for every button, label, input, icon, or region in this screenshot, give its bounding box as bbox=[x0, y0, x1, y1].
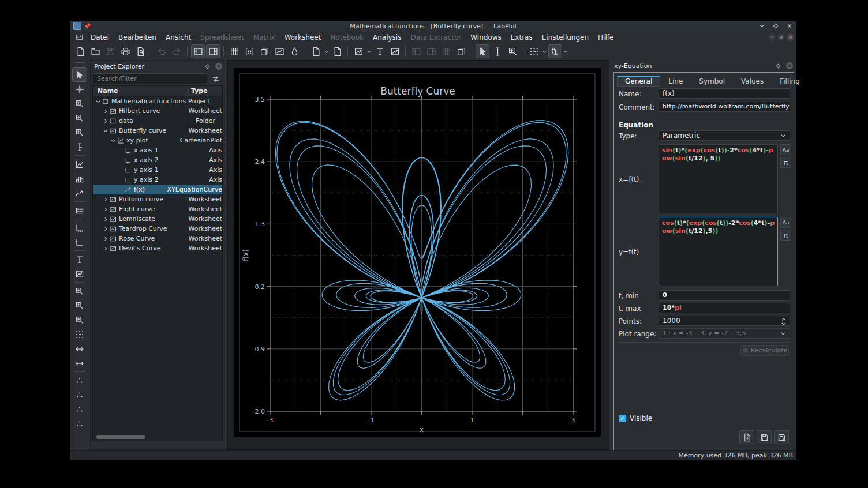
expander-icon[interactable] bbox=[103, 207, 108, 212]
auto-scale-x-button[interactable] bbox=[72, 341, 87, 356]
tree-row-f-x-[interactable]: f(x)XYEquationCurve bbox=[93, 185, 222, 194]
menu-worksheet[interactable]: Worksheet bbox=[280, 32, 326, 43]
add-text-label-button[interactable] bbox=[373, 44, 387, 58]
tree-row-x-axis-1[interactable]: x axis 1Axis bbox=[93, 145, 222, 155]
zoom-x-select-tool-button[interactable] bbox=[72, 111, 87, 125]
add-axis-bottom-button[interactable] bbox=[72, 220, 87, 235]
expander-icon[interactable] bbox=[110, 138, 116, 144]
zoom-select-tool-button[interactable] bbox=[72, 96, 87, 111]
xy-plot[interactable]: -3-1133.52.41.30.2-0.9-2.0xf(x) bbox=[234, 68, 601, 437]
tab-values[interactable]: Values bbox=[733, 76, 772, 87]
new-workbook-button[interactable] bbox=[257, 44, 271, 58]
shift-up-y-button[interactable] bbox=[72, 402, 87, 416]
expander-icon[interactable] bbox=[103, 246, 108, 251]
worksheet-page[interactable]: -3-1133.52.41.30.2-0.9-2.0xf(x) Butterfl… bbox=[234, 68, 601, 437]
new-project-button[interactable] bbox=[73, 44, 87, 58]
cursor-tool-button[interactable] bbox=[72, 140, 87, 154]
auto-scale-all-button[interactable] bbox=[72, 327, 87, 341]
zoom-in-selection-button[interactable] bbox=[72, 284, 87, 298]
new-worksheet-button[interactable] bbox=[272, 44, 286, 58]
constants-button[interactable]: π bbox=[780, 230, 791, 241]
shift-down-y-button[interactable] bbox=[72, 416, 87, 431]
navigate-tool-button[interactable] bbox=[72, 82, 87, 96]
expander-icon[interactable] bbox=[103, 226, 108, 232]
chevron-down-icon[interactable] bbox=[563, 49, 568, 54]
spin-down-icon[interactable] bbox=[781, 321, 787, 326]
tab-symbol[interactable]: Symbol bbox=[691, 76, 733, 87]
tab-filling[interactable]: Filling bbox=[772, 76, 808, 87]
search-input[interactable] bbox=[93, 73, 207, 84]
horizontal-scrollbar[interactable] bbox=[96, 435, 145, 439]
selection-region-tool-button[interactable] bbox=[506, 44, 519, 58]
shift-left-x-button[interactable] bbox=[72, 373, 87, 388]
zoom-y-select-tool-button[interactable] bbox=[72, 125, 87, 140]
save-template-button[interactable] bbox=[757, 430, 772, 444]
type-combobox[interactable]: Parametric bbox=[659, 130, 790, 141]
zoom-fit-selection-button[interactable] bbox=[72, 313, 87, 327]
plot-area-1-button[interactable] bbox=[548, 44, 562, 58]
export-data-button[interactable] bbox=[330, 44, 344, 58]
open-project-button[interactable] bbox=[88, 44, 102, 58]
subwindow-icon[interactable] bbox=[76, 33, 83, 41]
toolbar-drag-handle[interactable] bbox=[75, 62, 84, 65]
add-xy-curve-button[interactable] bbox=[72, 157, 87, 171]
chevron-down-icon[interactable] bbox=[366, 49, 372, 54]
tree-row-data[interactable]: dataFolder bbox=[93, 116, 222, 126]
menu-analysis[interactable]: Analysis bbox=[368, 32, 406, 43]
tree-row-hilbert-curve[interactable]: Hilbert curveWorksheet bbox=[93, 106, 222, 116]
toggle-project-explorer-button[interactable] bbox=[191, 44, 205, 58]
text-format-button[interactable]: Aa bbox=[780, 217, 791, 228]
menu-windows[interactable]: Windows bbox=[466, 32, 506, 43]
zoom-tool-button[interactable] bbox=[491, 44, 504, 58]
tree-row-lemniscate[interactable]: LemniscateWorksheet bbox=[93, 214, 222, 224]
menu-ansicht[interactable]: Ansicht bbox=[161, 32, 196, 43]
worksheet-view-mode-button[interactable] bbox=[351, 44, 365, 58]
filter-options-icon[interactable] bbox=[209, 73, 222, 84]
menu-extras[interactable]: Extras bbox=[506, 32, 537, 43]
float-dock-icon[interactable] bbox=[775, 63, 781, 69]
tree-row-piriform-curve[interactable]: Piriform curveWorksheet bbox=[93, 194, 222, 204]
comment-field[interactable]: http://mathworld.wolfram.com/ButterflyCu… bbox=[659, 102, 790, 112]
maximize-icon[interactable] bbox=[772, 22, 779, 29]
shift-right-x-button[interactable] bbox=[72, 388, 87, 402]
add-legend-button[interactable] bbox=[72, 203, 87, 217]
expander-icon[interactable] bbox=[103, 128, 108, 134]
save-as-default-button[interactable] bbox=[774, 430, 789, 444]
tree-row-mathematical-functions[interactable]: Mathematical functionsProject bbox=[93, 96, 222, 106]
add-equation-curve-button[interactable] bbox=[72, 186, 87, 200]
expander-icon[interactable] bbox=[118, 157, 124, 163]
select-tool-button[interactable] bbox=[72, 67, 87, 82]
name-field[interactable]: f(x) bbox=[659, 88, 790, 99]
expander-icon[interactable] bbox=[118, 167, 124, 173]
text-format-button[interactable]: Aa bbox=[780, 144, 791, 155]
toggle-properties-explorer-button[interactable] bbox=[206, 44, 220, 58]
new-spreadsheet-button[interactable] bbox=[227, 44, 241, 58]
menu-einstellungen[interactable]: Einstellungen bbox=[537, 32, 593, 43]
points-spinbox[interactable]: 1000 bbox=[659, 316, 790, 326]
print-preview-button[interactable] bbox=[133, 44, 147, 58]
import-data-button[interactable] bbox=[309, 44, 323, 58]
add-image-button[interactable] bbox=[388, 44, 402, 58]
tmin-field[interactable]: 0 bbox=[659, 290, 790, 301]
chevron-down-icon[interactable] bbox=[542, 49, 547, 54]
expander-icon[interactable] bbox=[118, 177, 124, 183]
tree-row-y-axis-2[interactable]: y axis 2Axis bbox=[93, 175, 222, 185]
column-type[interactable]: Type bbox=[189, 86, 208, 96]
subwindow-restore-icon[interactable] bbox=[777, 33, 785, 41]
column-name[interactable]: Name bbox=[93, 86, 189, 96]
expander-icon[interactable] bbox=[103, 118, 108, 124]
tree-row-rose-curve[interactable]: Rose CurveWorksheet bbox=[93, 234, 222, 243]
add-image-button[interactable] bbox=[72, 266, 87, 281]
new-datapicker-button[interactable] bbox=[287, 44, 301, 58]
tab-line[interactable]: Line bbox=[660, 76, 691, 87]
x-equation-field[interactable]: sin(t)*(exp(cos(t))-2*cos(4*t)-pow(sin(t… bbox=[659, 144, 778, 213]
expander-icon[interactable] bbox=[118, 148, 124, 153]
subwindow-minimize-icon[interactable] bbox=[768, 33, 776, 41]
print-button[interactable] bbox=[118, 44, 132, 58]
add-axis-left-button[interactable] bbox=[72, 235, 87, 249]
close-dock-icon[interactable] bbox=[215, 63, 222, 70]
subwindow-close-icon[interactable] bbox=[787, 33, 794, 41]
expander-icon[interactable] bbox=[118, 187, 124, 193]
break-layout-button[interactable] bbox=[454, 44, 468, 58]
visible-checkbox[interactable]: ✓ Visible bbox=[619, 414, 652, 422]
